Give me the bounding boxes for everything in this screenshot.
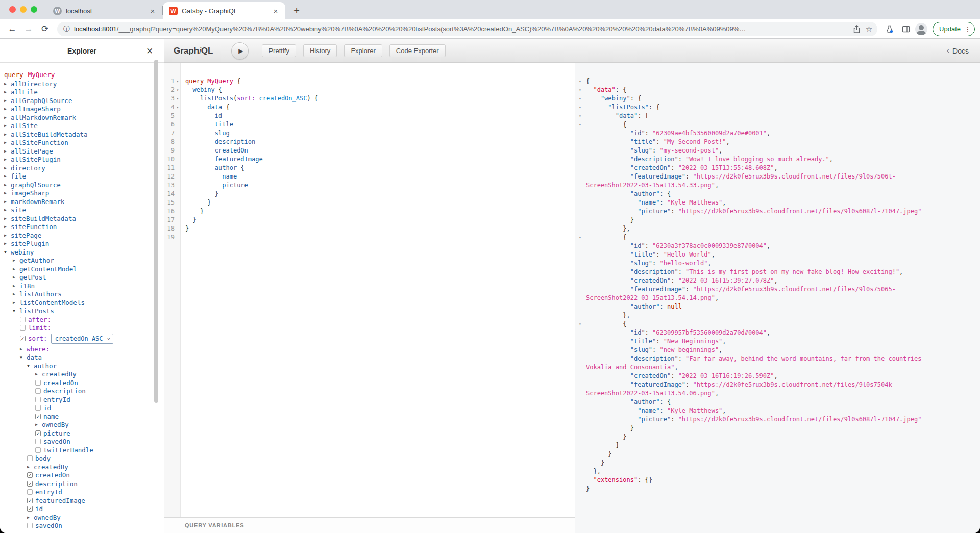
expand-arrow-icon[interactable]: ▶: [13, 275, 19, 280]
explorer-row-getPost[interactable]: ▶getPost: [0, 273, 164, 282]
expand-arrow-icon[interactable]: ▶: [13, 267, 19, 271]
expand-arrow-icon[interactable]: ▶: [20, 347, 27, 351]
collapse-arrow-icon[interactable]: ▼: [27, 364, 34, 368]
explorer-row-limit[interactable]: limit:: [0, 324, 164, 333]
expand-arrow-icon[interactable]: ▶: [27, 515, 34, 520]
back-button[interactable]: ←: [5, 22, 19, 36]
fold-arrow-icon[interactable]: ▾: [579, 320, 581, 328]
collapse-arrow-icon[interactable]: ▼: [20, 355, 27, 360]
explorer-row-createdOn[interactable]: ✓createdOn: [0, 471, 164, 480]
field-checkbox[interactable]: [35, 405, 41, 411]
fold-arrow-icon[interactable]: ▾: [579, 86, 581, 94]
close-tab-icon[interactable]: ×: [271, 6, 280, 15]
explorer-row-sitePage[interactable]: ▶sitePage: [0, 231, 164, 240]
expand-arrow-icon[interactable]: ▶: [13, 284, 19, 288]
expand-arrow-icon[interactable]: ▶: [13, 292, 19, 296]
fold-arrow-icon[interactable]: ▾: [579, 112, 581, 120]
fold-arrow-icon[interactable]: ▾: [175, 77, 181, 86]
new-tab-button[interactable]: +: [289, 4, 304, 18]
execute-query-button[interactable]: ▶: [231, 42, 249, 60]
expand-arrow-icon[interactable]: ▶: [4, 224, 11, 229]
fold-arrow-icon[interactable]: ▾: [579, 103, 581, 112]
explorer-row-data[interactable]: ▼data: [0, 353, 164, 362]
forward-button[interactable]: →: [21, 22, 36, 36]
explorer-row-ownedBy[interactable]: ▶ownedBy: [0, 421, 164, 429]
explorer-row-listAuthors[interactable]: ▶listAuthors: [0, 290, 164, 299]
fold-arrow-icon[interactable]: ▾: [175, 103, 181, 112]
collapse-arrow-icon[interactable]: ▼: [4, 250, 11, 255]
explorer-row-allGraphQlSource[interactable]: ▶allGraphQlSource: [0, 96, 164, 105]
expand-arrow-icon[interactable]: ▶: [4, 107, 11, 111]
toolbar-button-history[interactable]: History: [303, 44, 337, 57]
explorer-row-listContentModels[interactable]: ▶listContentModels: [0, 298, 164, 307]
field-checkbox[interactable]: ✓: [27, 472, 33, 478]
explorer-row-createdBy[interactable]: ▶createdBy: [0, 463, 164, 471]
explorer-row-getContentModel[interactable]: ▶getContentModel: [0, 265, 164, 273]
explorer-row-body[interactable]: body: [0, 454, 164, 463]
toolbar-button-code-exporter[interactable]: Code Exporter: [389, 44, 446, 57]
reload-button[interactable]: ⟳: [38, 22, 52, 36]
explorer-scrollbar[interactable]: [154, 60, 158, 403]
explorer-row-sort[interactable]: ✓sort:createdOn_ASC⌄: [0, 332, 164, 345]
explorer-row-picture[interactable]: ✓picture: [0, 429, 164, 438]
explorer-row-graphQlSource[interactable]: ▶graphQlSource: [0, 181, 164, 189]
expand-arrow-icon[interactable]: ▶: [13, 258, 19, 263]
expand-arrow-icon[interactable]: ▶: [4, 98, 11, 103]
explorer-row-description[interactable]: ✓description: [0, 479, 164, 488]
explorer-row-siteFunction[interactable]: ▶siteFunction: [0, 223, 164, 232]
fold-arrow-icon[interactable]: ▾: [175, 86, 181, 94]
expand-arrow-icon[interactable]: ▶: [27, 465, 34, 469]
expand-arrow-icon[interactable]: ▶: [4, 183, 11, 187]
field-checkbox[interactable]: [27, 489, 33, 495]
explorer-row-entryId[interactable]: entryId: [0, 395, 164, 404]
browser-tab-localhost[interactable]: W localhost ×: [47, 2, 162, 19]
explorer-row-allImageSharp[interactable]: ▶allImageSharp: [0, 105, 164, 114]
field-checkbox[interactable]: ✓: [27, 506, 33, 512]
browser-menu-icon[interactable]: ⋮: [964, 25, 971, 33]
expand-arrow-icon[interactable]: ▶: [4, 82, 11, 86]
expand-arrow-icon[interactable]: ▶: [4, 216, 11, 221]
expand-arrow-icon[interactable]: ▶: [4, 123, 11, 128]
explorer-row-file[interactable]: ▶file: [0, 172, 164, 181]
share-icon[interactable]: [853, 25, 861, 33]
expand-arrow-icon[interactable]: ▶: [4, 233, 11, 238]
fold-arrow-icon[interactable]: ▾: [579, 233, 581, 242]
query-editor[interactable]: 1▾query MyQuery {2▾ webiny {3▾ listPosts…: [164, 63, 575, 533]
toolbar-button-prettify[interactable]: Prettify: [262, 44, 296, 57]
expand-arrow-icon[interactable]: ▶: [4, 90, 11, 94]
sort-select[interactable]: createdOn_ASC⌄: [51, 334, 114, 344]
result-viewer[interactable]: ▾{▾ "data": {▾ "webiny": {▾ "listPosts":…: [575, 63, 980, 533]
expand-arrow-icon[interactable]: ▶: [4, 191, 11, 195]
explorer-row-savedOn[interactable]: savedOn: [0, 438, 164, 446]
explorer-row-imageSharp[interactable]: ▶imageSharp: [0, 189, 164, 198]
explorer-row-ownedBy[interactable]: ▶ownedBy: [0, 513, 164, 522]
explorer-row-createdBy[interactable]: ▶createdBy: [0, 370, 164, 379]
address-bar[interactable]: ⓘ localhost:8001/___graphql?query=query%…: [57, 22, 877, 36]
query-variables-bar[interactable]: QUERY VARIABLES: [164, 517, 575, 533]
explorer-row-name[interactable]: ✓name: [0, 412, 164, 421]
toolbar-button-explorer[interactable]: Explorer: [344, 44, 382, 57]
field-checkbox[interactable]: ✓: [35, 430, 41, 436]
explorer-row-i18n[interactable]: ▶i18n: [0, 282, 164, 290]
field-checkbox[interactable]: [27, 523, 33, 528]
expand-arrow-icon[interactable]: ▶: [4, 166, 11, 170]
fold-arrow-icon[interactable]: ▾: [579, 120, 581, 129]
expand-arrow-icon[interactable]: ▶: [4, 115, 11, 120]
site-info-icon[interactable]: ⓘ: [63, 24, 70, 34]
explorer-row-siteBuildMetadata[interactable]: ▶siteBuildMetadata: [0, 214, 164, 223]
field-checkbox[interactable]: [35, 447, 41, 453]
expand-arrow-icon[interactable]: ▶: [4, 157, 11, 162]
explorer-row-twitterHandle[interactable]: twitterHandle: [0, 446, 164, 454]
explorer-row-site[interactable]: ▶site: [0, 206, 164, 215]
expand-arrow-icon[interactable]: ▶: [4, 208, 11, 212]
fold-arrow-icon[interactable]: ▾: [175, 94, 181, 103]
explorer-row-createdOn[interactable]: createdOn: [0, 378, 164, 387]
maximize-window-button[interactable]: [31, 6, 37, 13]
explorer-row-allMarkdownRemark[interactable]: ▶allMarkdownRemark: [0, 113, 164, 122]
field-checkbox[interactable]: ✓: [27, 498, 33, 503]
side-panel-icon[interactable]: [899, 22, 913, 36]
explorer-row-allSitePage[interactable]: ▶allSitePage: [0, 147, 164, 156]
explorer-row-allSiteFunction[interactable]: ▶allSiteFunction: [0, 139, 164, 147]
expand-arrow-icon[interactable]: ▶: [35, 422, 42, 427]
profile-avatar[interactable]: [915, 23, 927, 35]
